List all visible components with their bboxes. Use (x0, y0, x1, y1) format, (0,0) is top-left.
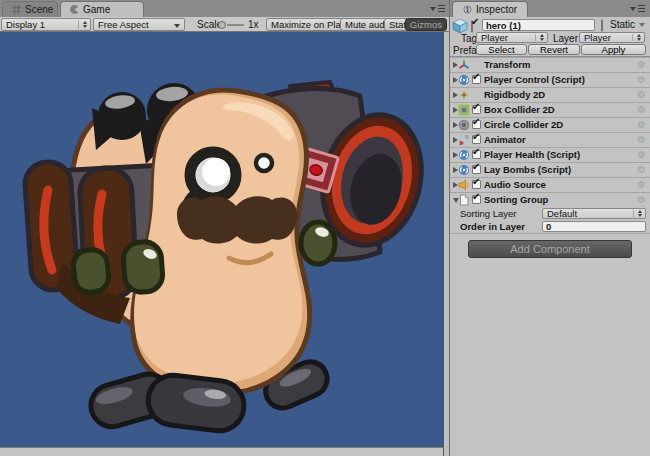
order-in-layer-field[interactable]: 0 (542, 221, 646, 232)
prefab-apply-button[interactable]: Apply (581, 44, 646, 55)
tag-dropdown[interactable]: Player (476, 32, 548, 43)
scale-slider-track (227, 24, 244, 26)
transform-icon (458, 59, 470, 71)
scale-value: 1x (248, 19, 259, 30)
component-name: Sorting Group (484, 194, 548, 205)
component-name: Rigidbody 2D (484, 89, 545, 100)
order-in-layer-label: Order in Layer (460, 221, 525, 232)
enable-checkbox[interactable] (472, 165, 481, 174)
component-row-sorting-group: Sorting Group ⚙ (450, 192, 650, 207)
component-row-lay-bombs: Lay Bombs (Script) ⚙ (450, 162, 650, 177)
static-checkbox[interactable] (601, 19, 603, 32)
gear-icon[interactable]: ⚙ (637, 59, 646, 70)
component-row-player-health: Player Health (Script) ⚙ (450, 147, 650, 162)
component-row-audio-source: Audio Source ⚙ (450, 177, 650, 192)
hero-character-art (0, 32, 443, 447)
script-icon (458, 164, 470, 176)
gear-icon[interactable]: ⚙ (637, 194, 646, 205)
animator-icon (458, 134, 470, 146)
gear-icon[interactable]: ⚙ (637, 119, 646, 130)
gear-icon[interactable]: ⚙ (637, 179, 646, 190)
component-name: Lay Bombs (Script) (484, 164, 571, 175)
component-row-rigidbody2d: Rigidbody 2D ⚙ (450, 87, 650, 102)
component-row-player-control: Player Control (Script) ⚙ (450, 72, 650, 87)
game-panel: Scene Game Display 1 Free Aspect Scale (0, 0, 449, 456)
tab-scene-label: Scene (25, 4, 53, 15)
audio-source-icon (458, 179, 470, 191)
scale-slider[interactable] (218, 21, 244, 29)
add-component-button[interactable]: Add Component (468, 240, 632, 258)
box-collider2d-icon (458, 104, 470, 116)
tab-scene[interactable]: Scene (2, 1, 58, 17)
gear-icon[interactable]: ⚙ (637, 74, 646, 85)
enable-checkbox[interactable] (472, 180, 481, 189)
gear-icon[interactable]: ⚙ (637, 89, 646, 100)
gameobject-header: hero (1) Static Tag Player Layer Player … (450, 17, 650, 57)
right-eye (256, 155, 272, 171)
sorting-layer-dropdown[interactable]: Default (542, 208, 646, 219)
circle-collider2d-icon (458, 119, 470, 131)
component-name: Player Health (Script) (484, 149, 580, 160)
script-icon (458, 149, 470, 161)
component-name: Player Control (Script) (484, 74, 585, 85)
inspector-panel: Inspector hero (1) Static Tag (449, 0, 650, 456)
prefab-revert-button[interactable]: Revert (528, 44, 580, 55)
game-tabbar: Scene Game (0, 0, 449, 17)
sorting-group-icon (458, 194, 470, 206)
tab-game-label: Game (83, 4, 110, 15)
component-row-box-collider2d: Box Collider 2D ⚙ (450, 102, 650, 117)
boot-front (145, 372, 246, 433)
game-viewport (0, 32, 443, 447)
component-row-circle-collider2d: Circle Collider 2D ⚙ (450, 117, 650, 132)
maximize-on-play-button[interactable]: Maximize on Play (266, 18, 350, 31)
gameobject-cube-icon (452, 18, 468, 34)
sorting-layer-label: Sorting Layer (460, 208, 517, 219)
gear-icon[interactable]: ⚙ (637, 134, 646, 145)
component-list: Transform ⚙ Player Control (Script) ⚙ Ri… (450, 57, 650, 234)
gear-icon[interactable]: ⚙ (637, 149, 646, 160)
tab-game[interactable]: Game (60, 1, 144, 17)
component-name: Audio Source (484, 179, 546, 190)
enable-checkbox[interactable] (472, 75, 481, 84)
inspector-pane-menu-icon[interactable] (630, 5, 645, 12)
tab-inspector[interactable]: Inspector (452, 1, 528, 17)
active-checkbox[interactable] (471, 20, 473, 33)
sorting-group-body: Sorting Layer Default Order in Layer 0 (450, 207, 650, 234)
enable-checkbox[interactable] (472, 135, 481, 144)
component-name: Box Collider 2D (484, 104, 555, 115)
window-bottom-edge (0, 447, 443, 456)
scale-slider-knob[interactable] (218, 21, 226, 29)
component-name: Transform (484, 59, 530, 70)
game-pane-menu-icon[interactable] (430, 5, 445, 12)
gear-icon[interactable]: ⚙ (637, 104, 646, 115)
unity-editor-window: Scene Game Display 1 Free Aspect Scale (0, 0, 650, 456)
tag-label: Tag (461, 33, 477, 44)
component-name: Circle Collider 2D (484, 119, 563, 130)
static-dropdown-icon[interactable] (639, 23, 645, 27)
component-row-animator: Animator ⚙ (450, 132, 650, 147)
gear-icon[interactable]: ⚙ (637, 164, 646, 175)
enable-checkbox[interactable] (472, 105, 481, 114)
game-toolbar: Display 1 Free Aspect Scale 1x Maximize … (0, 17, 449, 32)
scene-grid-icon (12, 5, 21, 14)
inspector-tab-icon (463, 5, 472, 14)
component-name: Animator (484, 134, 526, 145)
enable-checkbox[interactable] (472, 120, 481, 129)
aspect-dropdown[interactable]: Free Aspect (93, 18, 185, 31)
display-dropdown[interactable]: Display 1 (1, 18, 91, 31)
game-pacman-icon (70, 5, 79, 14)
layer-dropdown[interactable]: Player (579, 32, 645, 43)
rigidbody2d-icon (458, 89, 470, 101)
prefab-select-button[interactable]: Select (476, 44, 527, 55)
gizmos-button[interactable]: Gizmos (405, 18, 447, 31)
enable-checkbox[interactable] (472, 195, 481, 204)
gameobject-name-field[interactable]: hero (1) (482, 19, 595, 31)
component-row-transform: Transform ⚙ (450, 57, 650, 72)
inspector-tab-label: Inspector (476, 4, 517, 15)
script-icon (458, 74, 470, 86)
enable-checkbox[interactable] (472, 150, 481, 159)
static-label: Static (610, 19, 635, 30)
inspector-tabbar: Inspector (450, 0, 650, 17)
layer-label: Layer (553, 33, 578, 44)
